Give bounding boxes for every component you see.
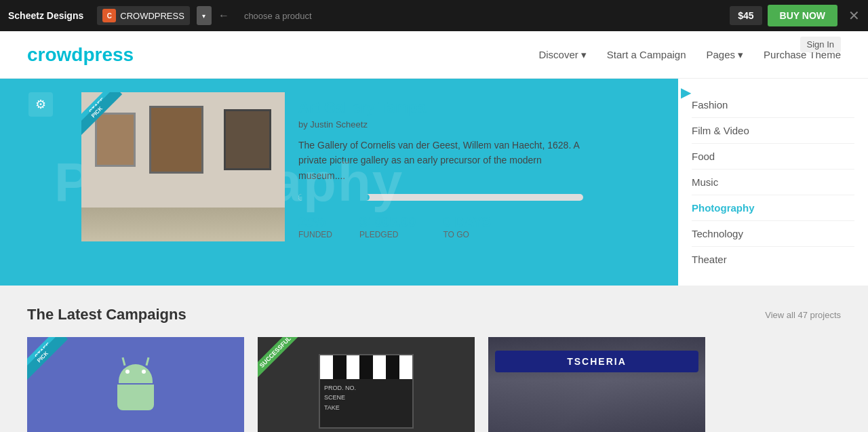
clapper-stripe [320, 355, 333, 379]
card-2-ribbon: SUCCESSFUL [258, 337, 303, 380]
clapper-stripe [399, 355, 412, 379]
choose-product-label: choose a product [244, 11, 312, 21]
staff-pick-badge: STAFF PICK [81, 92, 136, 146]
campaign-card-1[interactable]: STAFF PICK [27, 337, 244, 432]
section-header: The Latest Campaigns View all 47 project… [27, 306, 841, 323]
android-eye-left [125, 370, 130, 374]
category-food[interactable]: Food [692, 144, 854, 170]
gallery-floor [81, 208, 285, 241]
android-body [117, 385, 154, 410]
android-antenna-left [121, 357, 125, 366]
nav-pages[interactable]: Pages ▾ [707, 49, 744, 61]
product-selector[interactable]: C CROWDPRESS [97, 6, 190, 25]
card-1-staff-pick-badge: STAFF PICK [27, 337, 81, 391]
staff-pick-ribbon-bottom: PICK [81, 92, 122, 138]
campaigns-grid: STAFF PICK [27, 337, 841, 432]
sign-in-link[interactable]: Sign In [800, 37, 841, 52]
android-figure [112, 364, 159, 418]
campaign-card-1-image: STAFF PICK [27, 337, 244, 432]
logo-first: crowd [27, 44, 83, 65]
nav-discover[interactable]: Discover ▾ [538, 49, 586, 61]
street-background: TSCHERIA [488, 337, 705, 432]
android-antenna-right [145, 357, 149, 366]
gallery-frame-3 [224, 109, 271, 170]
campaign-card-2-image: PROD. NO.SCENETAKE SUCCESSFUL [258, 337, 475, 432]
card-1-ribbon-bottom: PICK [27, 337, 68, 382]
chevron-down-icon-pages: ▾ [738, 49, 743, 61]
category-music[interactable]: Music [692, 170, 854, 195]
gallery-frame-2 [149, 106, 203, 174]
category-theater[interactable]: Theater [692, 247, 854, 272]
section-title: The Latest Campaigns [27, 306, 186, 323]
android-eye-right [142, 370, 146, 374]
logo-second: press [83, 44, 134, 65]
clapper-stripe [386, 355, 399, 379]
admin-bar-right: $45 BUY NOW ✕ [730, 5, 860, 26]
featured-image-container: STAFF PICK [81, 92, 285, 272]
hero-section: ⚙ Photography STAFF P [0, 79, 678, 286]
arrow-icon: ← [218, 9, 229, 22]
campaign-card-3-image: TSCHERIA [488, 337, 705, 432]
android-head [119, 364, 153, 383]
card-2-successful-badge: SUCCESSFUL [258, 337, 312, 391]
category-photography[interactable]: Photography [692, 195, 854, 221]
campaign-card-3[interactable]: TSCHERIA [488, 337, 705, 432]
clapper-stripe [373, 355, 386, 379]
chevron-down-icon: ▾ [581, 49, 587, 61]
buy-now-button[interactable]: BUY NOW [768, 5, 837, 26]
admin-bar: Scheetz Designs C CROWDPRESS ▾ ← choose … [0, 0, 868, 31]
sidebar-categories: ▶ Fashion Film & Video Food Music Photog… [678, 79, 868, 286]
product-name: CROWDPRESS [120, 11, 184, 21]
clapper-stripe [333, 355, 346, 379]
hero-wrapper: ⚙ Photography STAFF P [0, 79, 868, 286]
clapper-stripe [347, 355, 359, 379]
main-nav: Discover ▾ Start a Campaign Pages ▾ Purc… [538, 49, 841, 61]
site-logo: crowdpress [27, 44, 134, 66]
admin-brand: Scheetz Designs [8, 10, 83, 21]
clapper-body: PROD. NO.SCENETAKE [320, 379, 412, 416]
category-fashion[interactable]: Fashion [692, 92, 854, 118]
campaign-card-2[interactable]: PROD. NO.SCENETAKE SUCCESSFUL [258, 337, 475, 432]
product-dropdown-button[interactable]: ▾ [197, 6, 212, 25]
nav-start-campaign[interactable]: Start a Campaign [607, 49, 686, 60]
category-technology[interactable]: Technology [692, 221, 854, 247]
clapper-stripe [359, 355, 372, 379]
product-icon: C [102, 9, 116, 22]
view-all-link[interactable]: View all 47 projects [765, 310, 841, 320]
category-film-video[interactable]: Film & Video [692, 118, 854, 144]
close-icon[interactable]: ✕ [848, 7, 860, 24]
site-header: crowdpress Discover ▾ Start a Campaign P… [0, 31, 868, 79]
clapper-board: PROD. NO.SCENETAKE [319, 354, 414, 429]
price-badge: $45 [730, 6, 762, 25]
sidebar-indicator-icon: ▶ [681, 84, 691, 100]
street-sign: TSCHERIA [495, 351, 698, 372]
clapper-top [320, 355, 412, 379]
main-content: The Latest Campaigns View all 47 project… [0, 286, 868, 432]
